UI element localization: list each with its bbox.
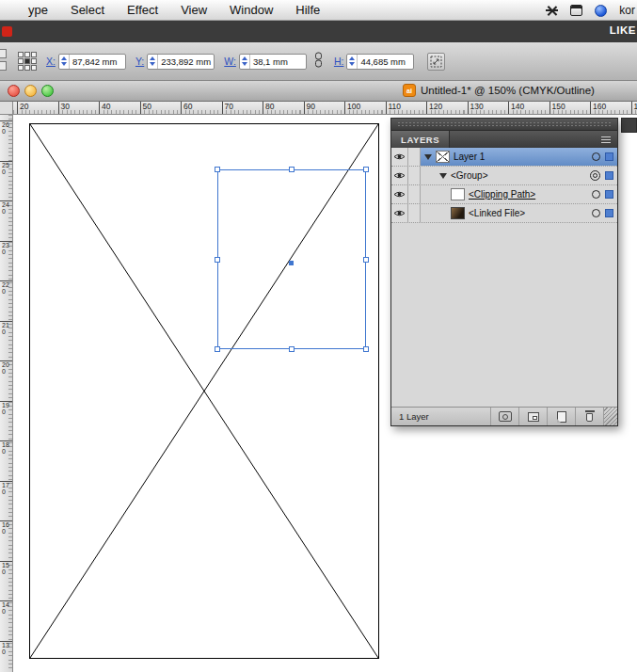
x-field[interactable]: 87,842 mm <box>58 54 126 70</box>
x-value[interactable]: 87,842 mm <box>72 56 118 67</box>
ruler-tick: 60 <box>181 102 222 114</box>
red-status-icon <box>2 26 12 37</box>
ruler-tick-label: 170 <box>2 482 9 495</box>
panel-resize-grip[interactable] <box>604 408 617 425</box>
menu-item[interactable]: Select <box>71 3 104 17</box>
height-field-label[interactable]: H: <box>334 56 344 67</box>
panel-drag-bar[interactable] <box>391 119 617 130</box>
eye-icon <box>393 209 406 217</box>
x-field-label[interactable]: X: <box>46 56 56 67</box>
visibility-toggle[interactable] <box>391 148 408 166</box>
zoom-window-button[interactable] <box>41 85 54 97</box>
layer-row-clipping-path[interactable]: <Clipping Path> <box>391 185 617 204</box>
y-stepper[interactable] <box>148 55 158 69</box>
lock-toggle[interactable] <box>408 185 421 203</box>
width-value[interactable]: 38,1 mm <box>253 56 288 67</box>
layer-name[interactable]: <Group> <box>451 170 487 181</box>
ruler-tick-label: 260 <box>2 121 9 135</box>
ruler-tick-label: 100 <box>347 102 360 111</box>
new-layer-button[interactable] <box>548 408 576 425</box>
selection-center-point[interactable] <box>289 261 294 265</box>
lock-toggle[interactable] <box>408 167 421 184</box>
minimize-window-button[interactable] <box>24 85 37 97</box>
layer-row-layer1[interactable]: Layer 1 <box>391 148 617 167</box>
link-dimensions-icon[interactable] <box>314 52 323 72</box>
panel-menu-icon[interactable] <box>601 136 611 143</box>
new-sublayer-button[interactable] <box>519 408 548 425</box>
visibility-toggle[interactable] <box>391 204 408 222</box>
window-panel-menu-extra-icon[interactable] <box>570 5 582 16</box>
width-stepper[interactable] <box>240 55 250 69</box>
layer-thumbnail <box>451 188 465 200</box>
selection-handle[interactable] <box>363 167 369 172</box>
selection-handle[interactable] <box>215 257 220 263</box>
delete-layer-button[interactable] <box>576 408 604 425</box>
layer-name[interactable]: Layer 1 <box>454 152 485 162</box>
selection-handle[interactable] <box>289 346 295 352</box>
close-window-button[interactable] <box>8 85 20 97</box>
horizontal-ruler[interactable]: 20 30 40 50 60 70 80 90 100 110 120 130 … <box>13 102 637 115</box>
document-window-titlebar[interactable]: ai Untitled-1* @ 150% (CMYK/Outline) <box>0 81 637 102</box>
ruler-tick: 260 <box>0 120 12 161</box>
ruler-origin-box[interactable] <box>0 102 13 115</box>
ruler-tick-label: 120 <box>429 102 442 111</box>
collapsed-panel-stub[interactable] <box>621 118 637 133</box>
width-field[interactable]: 38,1 mm <box>239 54 307 70</box>
ruler-tick: 220 <box>0 280 12 321</box>
selection-indicator[interactable] <box>605 152 613 161</box>
layer-row-group[interactable]: <Group> <box>391 167 617 185</box>
target-circle-icon[interactable] <box>592 152 600 161</box>
layer-row-linked-file[interactable]: <Linked File> <box>391 204 617 223</box>
menu-bar-extras: kor <box>546 0 637 21</box>
layer-name[interactable]: <Clipping Path> <box>469 189 535 200</box>
make-clipping-mask-button[interactable] <box>491 408 519 425</box>
selection-handle[interactable] <box>215 167 220 172</box>
selection-handle[interactable] <box>289 167 295 172</box>
selection-handle[interactable] <box>363 257 369 263</box>
height-value[interactable]: 44,685 mm <box>360 56 406 67</box>
selected-clipping-path[interactable] <box>217 169 366 349</box>
lock-toggle[interactable] <box>408 204 421 222</box>
menu-item[interactable]: Hilfe <box>295 3 320 17</box>
selection-indicator[interactable] <box>605 171 613 180</box>
panel-status-bar: 1 Layer <box>391 407 617 425</box>
ruler-tick: 120 <box>426 102 468 114</box>
reference-point-selector[interactable] <box>18 52 37 71</box>
menu-item[interactable]: ype <box>28 3 48 17</box>
menu-item[interactable]: Effect <box>127 3 158 17</box>
target-circle-icon[interactable] <box>592 209 600 217</box>
height-field[interactable]: 44,685 mm <box>346 54 414 70</box>
menu-item[interactable]: Window <box>230 3 273 17</box>
target-double-circle-icon[interactable] <box>590 170 600 181</box>
ruler-tick: 230 <box>0 241 12 281</box>
eye-icon <box>393 190 406 199</box>
selection-handle[interactable] <box>363 346 369 352</box>
x-stepper[interactable] <box>59 55 70 69</box>
disclosure-triangle-icon[interactable] <box>424 154 432 160</box>
visibility-toggle[interactable] <box>391 167 408 184</box>
ruler-tick: 140 <box>508 102 549 114</box>
transform-options-icon[interactable] <box>427 53 445 71</box>
asterisk-menu-extra-icon[interactable] <box>546 5 558 17</box>
height-stepper[interactable] <box>347 55 358 69</box>
vertical-ruler[interactable]: 260 250 240 230 220 210 200 190 180 170 … <box>0 115 13 672</box>
width-field-label[interactable]: W: <box>224 56 236 67</box>
selection-handle[interactable] <box>215 346 220 352</box>
layer-name[interactable]: <Linked File> <box>469 208 525 218</box>
y-field[interactable]: 233,892 mm <box>147 54 215 70</box>
menu-item[interactable]: View <box>181 3 207 17</box>
selection-indicator[interactable] <box>605 190 613 199</box>
disclosure-triangle-icon[interactable] <box>439 173 447 179</box>
input-language-label[interactable]: kor <box>619 4 635 17</box>
target-circle-icon[interactable] <box>592 190 600 199</box>
tab-layers[interactable]: LAYERS <box>391 131 450 148</box>
visibility-toggle[interactable] <box>391 185 408 203</box>
ruler-tick-label: 150 <box>2 562 9 575</box>
ruler-tick: 200 <box>0 360 12 401</box>
blue-sphere-menu-extra-icon[interactable] <box>595 5 607 17</box>
y-field-label[interactable]: Y: <box>135 56 144 67</box>
lock-toggle[interactable] <box>408 148 421 166</box>
window-title: Untitled-1* @ 150% (CMYK/Outline) <box>421 85 595 96</box>
selection-indicator[interactable] <box>605 209 613 217</box>
y-value[interactable]: 233,892 mm <box>161 56 211 67</box>
